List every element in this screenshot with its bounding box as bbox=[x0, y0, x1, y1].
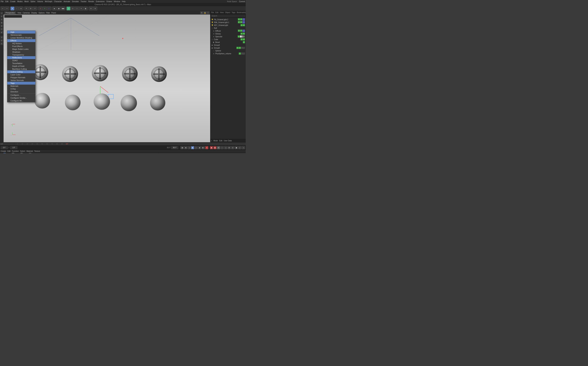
goto-end-btn[interactable]: ▶| bbox=[202, 146, 205, 149]
extra2-btn[interactable]: ◻ bbox=[224, 146, 227, 149]
sidebar-rotate-icon[interactable]: ↻ bbox=[0, 18, 3, 21]
right-panel-edit-menu[interactable]: Edit bbox=[215, 12, 218, 14]
dropdown-item-materials[interactable]: Materials bbox=[7, 84, 35, 87]
menu-mograph[interactable]: MoGraph bbox=[45, 0, 52, 2]
mode-label[interactable]: Mode bbox=[213, 140, 218, 142]
snap-btn[interactable]: ⊕ bbox=[89, 7, 93, 10]
sidebar-move-icon[interactable]: ✛ bbox=[0, 15, 3, 18]
dropdown-item-configure-all[interactable]: Configure All... bbox=[7, 99, 35, 102]
sidebar-paint-icon[interactable]: 🖌 bbox=[0, 31, 3, 34]
group5-vis[interactable]: ✓ bbox=[237, 47, 239, 49]
menu-animate[interactable]: Animate bbox=[64, 0, 70, 2]
dropdown-item-isoline[interactable]: ● Isoline Editing bbox=[7, 70, 35, 73]
menu-octane[interactable]: Octane bbox=[106, 0, 112, 2]
fill-light2-color[interactable] bbox=[243, 18, 245, 21]
sidebar-s2-icon[interactable]: S bbox=[0, 39, 3, 42]
material-ball-3[interactable] bbox=[18, 153, 26, 153]
dropdown-item-configure[interactable]: Configure... bbox=[7, 94, 35, 97]
octane-btn[interactable]: O bbox=[217, 146, 220, 149]
menu-modes[interactable]: Modes bbox=[17, 0, 23, 2]
timeline-track[interactable]: 0 10 20 30 40 50 60 70 80 90 66F bbox=[14, 142, 246, 145]
sidebar-snap-icon[interactable]: ⊕ bbox=[0, 24, 3, 27]
dropdown-item-high[interactable]: ● High bbox=[7, 31, 35, 33]
extra1-btn[interactable]: □ bbox=[221, 146, 224, 149]
menu-extensions[interactable]: Extensions bbox=[96, 0, 105, 2]
render-btn[interactable]: ◼ bbox=[57, 7, 61, 10]
extra6-btn[interactable]: ▷ bbox=[238, 146, 241, 149]
sidebar-s1-icon[interactable]: S bbox=[0, 36, 3, 39]
tree-item-specular[interactable]: ◈ Specular ✓ bbox=[210, 35, 246, 38]
dropdown-item-shadows[interactable]: Shadows bbox=[7, 51, 35, 53]
mat-texture-menu[interactable]: Texture bbox=[34, 150, 40, 152]
light-btn[interactable]: ✦ bbox=[79, 7, 83, 10]
group5-pattern[interactable] bbox=[241, 47, 245, 49]
tree-item-plus-sphere[interactable]: ◈ PlusSphere_volume ✓ bbox=[210, 52, 246, 55]
dropdown-item-tags[interactable]: ● Tags bbox=[7, 82, 35, 84]
tree-item-null[interactable]: ○ Null bbox=[210, 27, 246, 30]
dropdown-item-linear-workflow[interactable]: L Linear Workflow Shading bbox=[7, 36, 35, 39]
menu-create[interactable]: Create bbox=[10, 0, 15, 2]
tree-item-glossy[interactable]: ◈ Glossy ✓ ✓ bbox=[210, 32, 246, 35]
tree-item-rim-light[interactable]: 💡 RIM_OctaneLight.1 ✓ ✓ bbox=[210, 21, 246, 24]
end-frame-input[interactable] bbox=[171, 146, 178, 149]
viewport-cameras-menu[interactable]: Cameras bbox=[23, 12, 30, 14]
viewport-filter-menu[interactable]: Filter bbox=[46, 12, 50, 14]
specular-vis[interactable]: ✓ bbox=[238, 36, 240, 38]
extra4-btn[interactable]: ⊡ bbox=[231, 146, 234, 149]
dropdown-item-ssao[interactable]: SSAO bbox=[7, 59, 35, 62]
right-panel-view-menu[interactable]: View bbox=[220, 12, 224, 14]
viewport-options-menu[interactable]: Options bbox=[38, 12, 45, 14]
diffuse-vis[interactable]: ✓ bbox=[238, 30, 240, 32]
rim-light-render[interactable]: ✓ bbox=[240, 21, 242, 23]
viewport-lock-btn[interactable]: 🔒 bbox=[203, 11, 206, 14]
extra3-btn[interactable]: ⊞ bbox=[228, 146, 231, 149]
viewport-search-input[interactable] bbox=[4, 15, 22, 18]
dropdown-item-direction[interactable]: Direction bbox=[7, 90, 35, 93]
dropdown-item-configure-similar[interactable]: Configure Similar... bbox=[7, 97, 35, 99]
cube-render[interactable]: ✓ bbox=[243, 38, 245, 40]
right-panel-file-menu[interactable]: File bbox=[211, 12, 214, 14]
material-ball-2[interactable] bbox=[9, 153, 17, 153]
menu-edit[interactable]: Edit bbox=[5, 0, 8, 2]
render2-btn[interactable]: ◉ bbox=[213, 146, 217, 149]
menu-render[interactable]: Render bbox=[88, 0, 94, 2]
tree-item-cube[interactable]: □ Cube ✓ ✓ bbox=[210, 38, 246, 41]
dropdown-item-layer-color[interactable]: Layer Color bbox=[7, 73, 35, 76]
viewport-close-btn[interactable]: × bbox=[207, 11, 209, 14]
next-frame-btn[interactable]: ▶ bbox=[198, 146, 201, 149]
deform-btn[interactable]: ⊡ bbox=[71, 7, 75, 10]
dropdown-item-transparency[interactable]: Transparency bbox=[7, 53, 35, 56]
extra7-btn[interactable]: ◁ bbox=[242, 146, 245, 149]
render-region-btn[interactable]: ◉ bbox=[210, 146, 213, 149]
fill-light2-vis[interactable]: ✓ bbox=[238, 18, 240, 20]
tree-item-key-light[interactable]: 💡 KEY_OctaneLight ✓ ✓ bbox=[210, 24, 246, 27]
dropdown-item-reflections[interactable]: ● Reflections bbox=[7, 56, 35, 59]
tree-item-sphere[interactable]: ○ Sphere bbox=[210, 49, 246, 52]
menu-character[interactable]: Character bbox=[54, 0, 62, 2]
menu-mesh[interactable]: Mesh bbox=[24, 0, 29, 2]
diffuse-color[interactable] bbox=[243, 30, 245, 32]
rim-light-color[interactable] bbox=[243, 21, 245, 23]
menu-spline[interactable]: Spline bbox=[31, 0, 36, 2]
render-preview-btn[interactable]: ▶ bbox=[53, 7, 56, 10]
right-panel-bookmarks-menu[interactable]: Bookmarks bbox=[237, 12, 246, 14]
y-axis-btn[interactable]: Y bbox=[43, 7, 47, 10]
rim-light-vis[interactable]: ✓ bbox=[238, 21, 240, 23]
undo-btn[interactable]: ↩ bbox=[1, 7, 5, 10]
menu-tracker[interactable]: Tracker bbox=[81, 0, 87, 2]
diffuse-render[interactable]: ✓ bbox=[240, 30, 242, 32]
viewport-panel-menu[interactable]: Panel bbox=[51, 12, 56, 14]
group5-render[interactable]: ✓ bbox=[239, 47, 241, 49]
viewport-display-menu[interactable]: Display bbox=[31, 12, 37, 14]
cam-btn[interactable]: ▣ bbox=[84, 7, 87, 10]
mat-material-menu[interactable]: Material bbox=[26, 150, 33, 152]
key-light-vis[interactable]: ✓ bbox=[241, 24, 243, 26]
redo-btn[interactable]: ↪ bbox=[5, 7, 9, 10]
user-data-label[interactable]: User Data bbox=[224, 140, 232, 142]
dropdown-item-tessellation[interactable]: Tessellation bbox=[7, 62, 35, 65]
mat-function-menu[interactable]: Function bbox=[12, 150, 19, 152]
dropdown-item-magic-bullet[interactable]: Magic Bullet Looks bbox=[7, 48, 35, 51]
mat-create-menu[interactable]: Create bbox=[1, 150, 6, 152]
menu-volume[interactable]: Volume bbox=[37, 0, 43, 2]
sidebar-select-icon[interactable]: ▷ bbox=[0, 12, 3, 15]
